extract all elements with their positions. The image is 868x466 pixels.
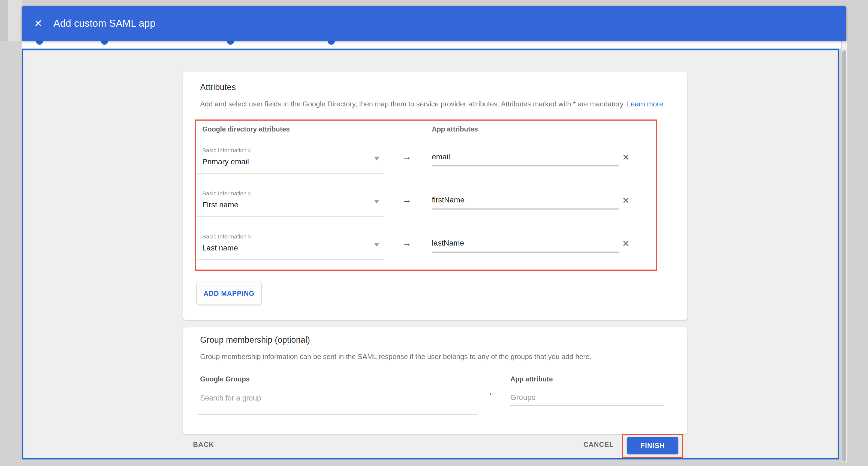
dialog-header: ✕ Add custom SAML app bbox=[22, 6, 846, 41]
stepper-strip bbox=[22, 41, 841, 48]
group-search-underline bbox=[197, 414, 477, 415]
groups-attribute-input[interactable] bbox=[510, 389, 663, 406]
close-icon[interactable]: ✕ bbox=[32, 17, 45, 30]
back-button[interactable]: BACK bbox=[193, 441, 214, 448]
arrow-right-icon: → bbox=[481, 387, 496, 398]
group-card-description: Group membership information can be sent… bbox=[200, 352, 592, 361]
app-attribute-label: App attribute bbox=[510, 375, 553, 383]
learn-more-link[interactable]: Learn more bbox=[627, 100, 663, 108]
scrollbar-thumb[interactable] bbox=[842, 50, 846, 462]
attributes-card: Attributes Add and select user fields in… bbox=[183, 71, 687, 320]
left-gutter-light bbox=[8, 0, 22, 41]
group-membership-card: Group membership (optional) Group member… bbox=[183, 327, 687, 434]
cancel-button[interactable]: CANCEL bbox=[583, 441, 614, 448]
mapping-highlight-box bbox=[195, 119, 657, 271]
google-groups-label: Google Groups bbox=[200, 375, 250, 383]
add-custom-saml-app-dialog: ✕ Add custom SAML app Attributes Add and… bbox=[0, 0, 868, 466]
group-card-title: Group membership (optional) bbox=[200, 335, 310, 345]
group-search-input[interactable] bbox=[200, 388, 475, 407]
finish-button[interactable]: FINISH bbox=[627, 437, 678, 454]
attributes-description-text: Add and select user fields in the Google… bbox=[200, 100, 625, 108]
add-mapping-button[interactable]: ADD MAPPING bbox=[196, 282, 262, 305]
left-gutter-dark bbox=[0, 0, 8, 41]
attributes-card-title: Attributes bbox=[200, 82, 236, 92]
attributes-card-description: Add and select user fields in the Google… bbox=[200, 100, 663, 108]
dialog-title: Add custom SAML app bbox=[54, 6, 155, 41]
